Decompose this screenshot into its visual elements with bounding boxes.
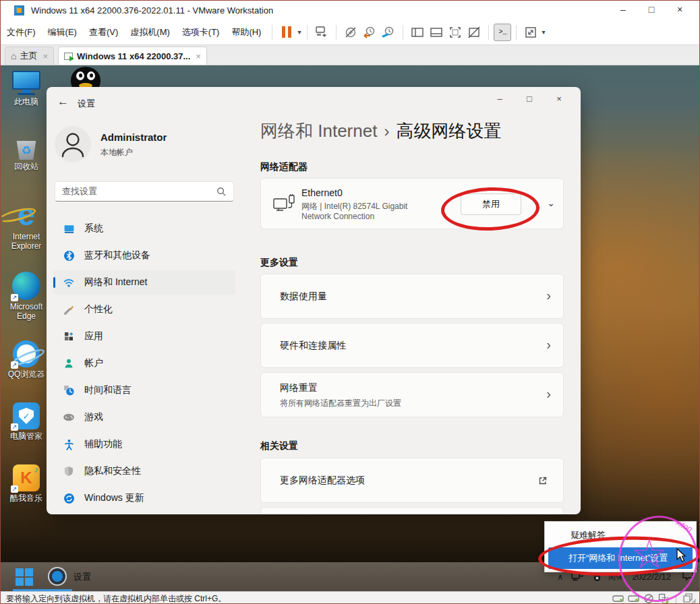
menu-help[interactable]: 帮助(H) [225,24,267,41]
sidebar-item-accounts[interactable]: 帐户 [53,351,235,375]
sidebar-item-apps[interactable]: 应用 [53,324,235,349]
card-network-reset[interactable]: 网络重置 将所有网络适配器重置为出厂设置 › [260,372,564,417]
window-maximize-button[interactable]: □ [637,1,666,20]
sidebar-item-gaming[interactable]: 游戏 [53,405,235,429]
network-status-icon[interactable] [658,593,670,604]
tab-home-label: 主页 [20,50,37,62]
section-network-adapters: 网络适配器 [260,161,308,173]
user-name: Administrator [100,131,167,143]
fullscreen-button[interactable] [446,23,465,42]
chevron-right-icon: › [546,287,551,303]
sidebar-item-bluetooth[interactable]: 蓝牙和其他设备 [53,243,235,268]
network-context-menu: 疑难解答 打开“网络和 Internet”设置 [544,521,697,572]
suspend-dropdown-caret[interactable]: ▾ [296,28,302,36]
tab-home[interactable]: ⌂ 主页 × [5,47,54,65]
show-thumbnail-bar-button[interactable] [427,23,446,42]
vmware-menubar: 文件(F) 编辑(E) 查看(V) 虚拟机(M) 选项卡(T) 帮助(H) ▾ [1,20,699,45]
stretch-guest-button[interactable] [521,23,540,42]
desktop-icon-recycle-bin[interactable]: ♻ 回收站 [3,141,50,171]
desktop-icon-kuwo-music[interactable]: K♪↗ 酷我音乐 [3,464,50,503]
card-hardware-properties[interactable]: 硬件和连接属性 › [260,323,564,368]
tab-close-icon[interactable]: × [42,51,48,61]
disable-adapter-button[interactable]: 禁用 [461,193,521,215]
monitor-icon [63,222,75,235]
toolbar-separator [403,25,403,40]
chevron-down-icon[interactable]: ⌄ [547,198,555,208]
search-input[interactable]: 查找设置 [55,181,234,202]
menu-item-open-network-settings[interactable]: 打开“网络和 Internet”设置 [548,547,693,569]
card-partial [260,507,564,514]
menu-view[interactable]: 查看(V) [83,24,124,41]
window-minimize-button[interactable]: – [609,1,637,20]
tray-no-network-icon[interactable] [590,572,601,582]
tab-vm[interactable]: Windows 11 x64 22000.37... × [58,47,207,65]
settings-taskbar-icon[interactable] [49,568,65,584]
settings-window-title: 设置 [78,98,95,110]
sidebar-item-personalization[interactable]: 个性化 [53,297,235,322]
menu-item-troubleshoot[interactable]: 疑难解答 [571,529,606,541]
manage-snapshots-button[interactable] [379,23,398,42]
desktop-icon-microsoft-edge[interactable]: ↗ Microsoft Edge [3,272,50,325]
external-link-icon [537,475,548,486]
desktop-icon-qq-browser[interactable]: ↗ QQ浏览器 [3,340,50,379]
card-more-adapter-options[interactable]: 更多网络适配器选项 [260,458,564,503]
toolbar-separator [307,25,308,40]
menu-tabs[interactable]: 选项卡(T) [176,24,226,41]
adapter-description-line1: 网络 | Intel(R) 82574L Gigabit [301,201,407,212]
suspend-vm-button[interactable] [277,23,296,42]
show-library-button[interactable] [408,23,427,42]
brush-icon [63,303,75,315]
desktop-icon-this-pc[interactable]: 此电脑 [3,71,50,107]
hard-disk-status-icon[interactable] [612,593,624,604]
tab-vm-label: Windows 11 x64 22000.37... [77,51,190,61]
sidebar-item-system[interactable]: 系统 [53,216,235,241]
stretch-dropdown-caret[interactable]: ▾ [540,28,546,36]
sidebar-item-privacy-security[interactable]: 隐私和安全性 [53,459,235,483]
selected-indicator [53,277,55,288]
toolbar-separator [272,25,272,40]
back-arrow-icon[interactable]: ← [57,95,69,109]
cdrom-status-icon[interactable] [643,593,655,604]
settings-minimize-button[interactable]: – [485,91,515,109]
status-hint: 要将输入定向到该虚拟机，请在虚拟机内部单击或按 Ctrl+G。 [6,593,226,604]
wifi-icon [63,276,75,289]
toolbar-separator [336,25,337,40]
breadcrumb-parent[interactable]: 网络和 Internet [260,121,377,141]
taskbar-app-label[interactable]: 设置 [74,571,91,583]
sidebar-item-accessibility[interactable]: 辅助功能 [53,432,235,456]
tray-ethernet-icon[interactable] [571,572,583,582]
unity-mode-button[interactable] [465,23,484,42]
sidebar-item-time-language[interactable]: 时间和语言 [53,378,235,402]
tab-close-icon[interactable]: × [196,51,201,61]
restore-corner-icon[interactable] [682,593,697,604]
settings-maximize-button[interactable]: □ [515,91,544,109]
sidebar-item-network-internet[interactable]: 网络和 Internet [53,270,235,295]
revert-snapshot-button[interactable] [360,23,379,42]
vmware-statusbar: 要将输入定向到该虚拟机，请在虚拟机内部单击或按 Ctrl+G。 [1,591,700,604]
menu-vm[interactable]: 虚拟机(M) [124,24,176,41]
tray-overflow-chevron[interactable]: ∧ [557,572,563,582]
console-view-button[interactable]: >_ [494,24,511,41]
hard-disk2-status-icon[interactable] [628,593,640,604]
tray-date[interactable]: 2022/2/12 [632,572,671,582]
take-snapshot-button[interactable] [341,23,360,42]
gamepad-icon [63,411,75,423]
section-more-settings: 更多设置 [260,257,298,269]
menu-edit[interactable]: 编辑(E) [42,24,83,41]
chevron-right-icon: › [546,336,551,352]
avatar[interactable] [55,126,91,162]
send-ctrl-alt-del-button[interactable] [312,23,331,42]
settings-close-button[interactable]: × [544,91,574,109]
accessibility-icon [63,438,75,450]
breadcrumb-current: 高级网络设置 [396,121,501,141]
apps-icon [63,330,75,342]
card-data-usage[interactable]: 数据使用量 › [260,274,564,319]
sidebar-item-windows-update[interactable]: Windows 更新 [53,486,235,510]
start-button[interactable] [16,568,33,586]
window-close-button[interactable]: × [666,1,694,20]
desktop-icon-internet-explorer[interactable]: e Internet Explorer [3,199,50,255]
clock-icon [63,384,75,396]
tray-ime-label[interactable]: 简体 [608,571,624,582]
menu-file[interactable]: 文件(F) [1,24,42,41]
desktop-icon-pc-manager[interactable]: ✓↗ 电脑管家 [3,402,50,441]
